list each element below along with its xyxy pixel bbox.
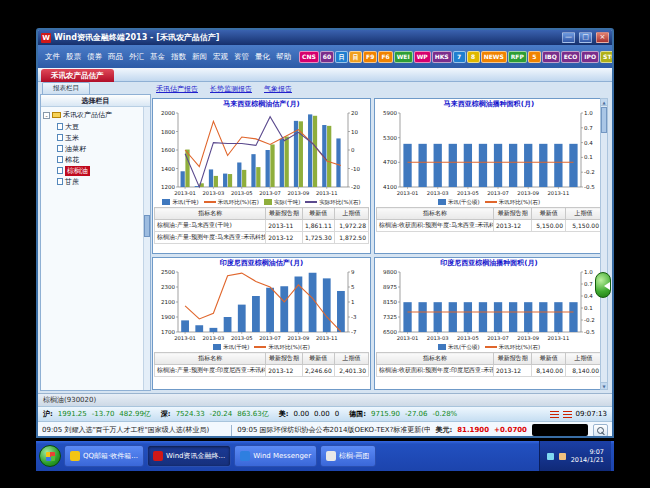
quick-button-日[interactable]: 日	[335, 51, 348, 63]
tray-icon[interactable]	[559, 453, 566, 460]
menu-帮助[interactable]: 帮助	[273, 50, 294, 64]
start-button[interactable]	[39, 445, 61, 467]
tree-item-甘蔗[interactable]: 甘蔗	[57, 177, 148, 186]
scrollbar-thumb[interactable]	[601, 107, 607, 133]
svg-text:8150: 8150	[383, 299, 397, 305]
table-row[interactable]: 棕榈油:产量:马来西亚(千吨)2013-111,861.111,972.28	[155, 220, 369, 232]
taskbar-button-棕榈-画图[interactable]: 棕榈-画图	[320, 445, 376, 467]
taskbar-button-Wind资讯金融终...[interactable]: Wind资讯金融终...	[147, 445, 231, 467]
assistant-button[interactable]	[595, 272, 611, 298]
minimize-button[interactable]: —	[562, 32, 575, 43]
tree-item-棉花[interactable]: 棉花	[57, 155, 148, 164]
chart-legend: 禾讯(千公顷)禾讯环比(%)(右)	[375, 342, 603, 352]
quick-button-目[interactable]: 目	[349, 51, 362, 63]
report-tab-长势监测报告[interactable]: 长势监测报告	[210, 84, 252, 94]
menu-icon[interactable]	[550, 411, 559, 418]
column-header: 最新报告期	[266, 353, 302, 365]
tree-root[interactable]: -禾讯农产品估产	[43, 110, 148, 120]
tray-icon[interactable]	[547, 453, 554, 460]
quick-button-WEI[interactable]: WEI	[394, 51, 413, 63]
status-right: 09:07:13	[550, 410, 607, 418]
quick-button-NEWS[interactable]: NEWS	[481, 51, 507, 63]
close-button[interactable]: ×	[596, 32, 609, 43]
taskbar-buttons: QQ邮箱·收件箱...Wind资讯金融终...Wind Messenger棕榈-…	[64, 441, 376, 471]
menu-宏观[interactable]: 宏观	[210, 50, 231, 64]
table-row[interactable]: 棕榈油:产量:预测年度:马来西亚:禾讯科技(千吨)2013-121,725.30…	[155, 232, 369, 244]
quick-button-STC[interactable]: STC	[600, 51, 614, 63]
table-row[interactable]: 棕榈油:产量:预测年度:印度尼西亚:禾讯科技(千吨)2013-122,246.6…	[155, 365, 369, 377]
quick-button-HKS[interactable]: HKS	[432, 51, 452, 63]
svg-text:2013-09: 2013-09	[517, 190, 539, 196]
tree-item-大豆[interactable]: 大豆	[57, 122, 148, 131]
sidebar-header: 选择栏目	[41, 95, 150, 107]
quick-button-CNS[interactable]: CNS	[299, 51, 319, 63]
taskbar-button-label: Wind资讯金融终...	[166, 451, 225, 461]
taskbar-button-Wind Messenger[interactable]: Wind Messenger	[234, 445, 317, 467]
quick-button-IBQ[interactable]: IBQ	[542, 51, 560, 63]
scroll-down-arrow-icon[interactable]: ▼	[601, 382, 607, 389]
maximize-button[interactable]: □	[579, 32, 592, 43]
svg-text:0.1: 0.1	[584, 154, 593, 160]
tab-hexun-agri-estimates[interactable]: 禾讯农产品估产	[41, 69, 114, 82]
menu-外汇[interactable]: 外汇	[126, 50, 147, 64]
legend-item: 禾讯环比(%)(右)	[254, 344, 309, 351]
menu-债券[interactable]: 债券	[84, 50, 105, 64]
column-header: 指标名称	[377, 208, 494, 220]
menu-新闻[interactable]: 新闻	[189, 50, 210, 64]
tree-item-油菜籽[interactable]: 油菜籽	[57, 144, 148, 153]
quick-button-F9[interactable]: F9	[363, 51, 377, 63]
table-cell: 5,150.00	[532, 220, 566, 232]
chart-legend: 禾讯(千吨)禾讯环比(%)(右)实际(千吨)实际环比(%)(右)	[153, 197, 370, 207]
sidebar-scrollbar[interactable]	[143, 107, 150, 390]
report-tab-气象报告[interactable]: 气象报告	[264, 84, 292, 94]
legend-swatch	[485, 201, 497, 203]
news-item-1[interactable]: 09:05 刘耀入选"百千万人才工程"国家级人选(林业局)	[42, 425, 226, 435]
quick-button-F6[interactable]: F6	[378, 51, 392, 63]
menu-股票[interactable]: 股票	[63, 50, 84, 64]
expander-icon[interactable]: -	[43, 112, 50, 119]
menu-资管[interactable]: 资管	[231, 50, 252, 64]
quick-button-RFP[interactable]: RFP	[508, 51, 527, 63]
table-cell: 2013-12	[494, 220, 532, 232]
quick-button-WP[interactable]: WP	[414, 51, 431, 63]
menu-商品[interactable]: 商品	[105, 50, 126, 64]
system-tray: 9:07 2014/1/21	[539, 441, 611, 471]
table-row[interactable]: 棕榈油:收获面积:预测年度:印度尼西亚:禾讯科技(千公顷)2013-128,14…	[377, 365, 602, 377]
index-label: 德国:	[349, 409, 366, 419]
svg-text:2000: 2000	[161, 110, 175, 116]
tree-item-棕榈油[interactable]: 棕榈油	[57, 166, 148, 175]
menu-icon[interactable]	[563, 411, 572, 418]
quick-button-8[interactable]: 8	[467, 51, 480, 63]
mini-quote-box[interactable]	[532, 424, 588, 436]
quick-button-7[interactable]: 7	[453, 51, 466, 63]
usd-change: +0.0700	[494, 426, 527, 434]
panel-malaysia-production: 马来西亚棕榈油估产(月)2000180016001400120020100-10…	[152, 98, 371, 254]
quick-button-5[interactable]: 5	[528, 51, 541, 63]
quick-button-60[interactable]: 60	[320, 51, 334, 63]
main-scrollbar[interactable]: ▲ ▼	[600, 98, 608, 390]
quick-button-ECO[interactable]: ECO	[561, 51, 581, 63]
taskbar-button-QQ邮箱·收件箱...[interactable]: QQ邮箱·收件箱...	[64, 445, 144, 467]
legend-label: 实际(千吨)	[274, 199, 300, 206]
svg-text:-0.2: -0.2	[584, 317, 595, 323]
svg-text:0.4: 0.4	[584, 140, 593, 146]
svg-text:0.1: 0.1	[584, 305, 593, 311]
report-tab-禾讯估产报告[interactable]: 禾讯估产报告	[156, 84, 198, 94]
search-button[interactable]	[593, 424, 608, 437]
svg-text:2300: 2300	[161, 284, 175, 290]
table-row[interactable]: 棕榈油:收获面积:预测年度:马来西亚:禾讯科技(千公顷)2013-125,150…	[377, 220, 602, 232]
scroll-up-arrow-icon[interactable]: ▲	[601, 99, 607, 106]
svg-text:0.7: 0.7	[584, 281, 593, 287]
menu-文件[interactable]: 文件	[42, 50, 63, 64]
tree-item-玉米[interactable]: 玉米	[57, 133, 148, 142]
news-item-2[interactable]: 09:05 国际环保纺织协会公布2014版OEKO-TEX?标准更新(中国纺织助…	[237, 425, 430, 435]
menu-量化[interactable]: 量化	[252, 50, 273, 64]
svg-text:0: 0	[351, 147, 355, 153]
sidebar-tab-report-catalog[interactable]: 报表栏目	[42, 82, 90, 94]
quick-button-IPO[interactable]: IPO	[581, 51, 599, 63]
svg-text:2013-09: 2013-09	[517, 335, 539, 341]
menu-基金[interactable]: 基金	[147, 50, 168, 64]
menu-指数[interactable]: 指数	[168, 50, 189, 64]
svg-text:2013-03: 2013-03	[427, 190, 449, 196]
scrollbar-thumb[interactable]	[144, 215, 150, 237]
